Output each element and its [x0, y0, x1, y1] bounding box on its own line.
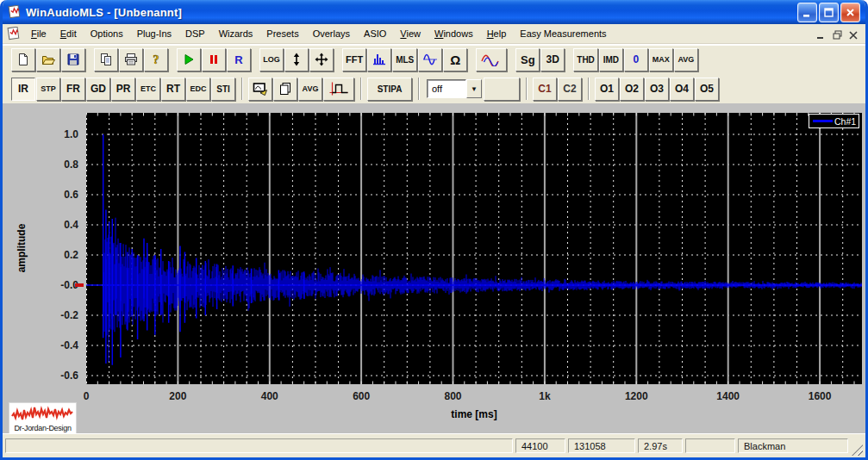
averaging-mode-select[interactable]: off▼ — [427, 78, 482, 99]
thd-button[interactable]: THD — [573, 48, 598, 71]
impedance-button[interactable]: Ω — [443, 48, 467, 71]
phase-response-button[interactable]: PR — [111, 78, 135, 101]
open-button[interactable] — [36, 48, 60, 71]
menu-view[interactable]: View — [393, 26, 428, 41]
frequency-response-button[interactable]: FR — [61, 78, 85, 101]
impulse-response-plot[interactable]: Ch#1 — [86, 113, 862, 384]
record-button[interactable]: R — [227, 48, 251, 71]
new-button[interactable] — [11, 48, 35, 71]
menu-plug-ins[interactable]: Plug-Ins — [130, 26, 178, 41]
overlay-1-button[interactable]: O1 — [595, 78, 619, 101]
menu-options[interactable]: Options — [84, 26, 130, 41]
max-button[interactable]: MAX — [649, 48, 673, 71]
chart-area: Ch#1 1.00.80.60.40.2-0.0-0.2-0.4-0.6 020… — [3, 103, 865, 433]
gate-window-button[interactable] — [323, 78, 354, 101]
play-button[interactable] — [177, 48, 201, 71]
group-delay-button[interactable]: GD — [86, 78, 110, 101]
channel-1-button[interactable]: C1 — [533, 78, 557, 101]
channel-2-button[interactable]: C2 — [558, 78, 582, 101]
blank-button[interactable] — [484, 78, 520, 101]
app-window: WinAudioMLS - [Unbenannt] FileEditOption… — [0, 0, 868, 460]
pause-button[interactable] — [202, 48, 226, 71]
impulse-response-button[interactable]: IR — [11, 78, 35, 101]
x-tick-label: 800 — [429, 390, 478, 402]
print-icon — [123, 53, 139, 66]
pause-icon — [206, 53, 222, 66]
mdi-close-button[interactable] — [846, 28, 860, 40]
vertical-arrows-icon — [289, 53, 304, 66]
fft-button[interactable]: FFT — [342, 48, 366, 71]
zoom-vertical-button[interactable] — [284, 48, 309, 71]
speech-transmission-index-button[interactable]: STI — [211, 78, 235, 101]
y-tick-label: 1.0 — [44, 128, 78, 140]
status-message — [5, 438, 513, 453]
overlay-4-button[interactable]: O4 — [670, 78, 694, 101]
save-button[interactable] — [61, 48, 85, 71]
signal-wave-button[interactable] — [418, 48, 442, 71]
overlay-5-button[interactable]: O5 — [695, 78, 719, 101]
chevron-down-icon[interactable]: ▼ — [466, 79, 482, 98]
svg-text:?: ? — [153, 53, 159, 66]
menu-easy-measurements[interactable]: Easy Measurements — [513, 26, 613, 41]
save-icon — [66, 53, 81, 66]
sweep-button[interactable] — [476, 48, 507, 71]
step-response-button[interactable]: STP — [36, 78, 60, 101]
close-button[interactable] — [840, 3, 860, 22]
print-button[interactable] — [119, 48, 143, 71]
menu-asio[interactable]: ASIO — [357, 26, 393, 41]
menu-windows[interactable]: Windows — [428, 26, 480, 41]
stipa-button[interactable]: STIPA — [367, 78, 412, 101]
y-tick-label: 0.4 — [44, 219, 78, 231]
overlay-copy-button[interactable] — [273, 78, 297, 101]
pan-button[interactable] — [309, 48, 334, 71]
reverb-time-button[interactable]: RT — [161, 78, 185, 101]
help-icon: ? — [148, 53, 164, 66]
help-button[interactable]: ? — [144, 48, 168, 71]
status-bar: 441001310582.97sBlackman — [3, 433, 865, 457]
menu-presets[interactable]: Presets — [259, 26, 305, 41]
document-icon[interactable] — [6, 27, 21, 40]
averaging-button[interactable]: AVG — [298, 78, 322, 101]
minimize-button[interactable] — [797, 3, 817, 22]
menu-overlays[interactable]: Overlays — [306, 26, 357, 41]
menu-edit[interactable]: Edit — [53, 26, 84, 41]
overlay-3-button[interactable]: O3 — [645, 78, 669, 101]
mls-button[interactable]: MLS — [392, 48, 417, 71]
svg-text:Ch#1: Ch#1 — [834, 116, 856, 127]
play-icon — [181, 53, 197, 66]
averaging-mode-value[interactable]: off — [427, 79, 466, 98]
title-bar: WinAudioMLS - [Unbenannt] — [3, 0, 865, 24]
spectrum-button[interactable] — [367, 48, 391, 71]
x-tick-label: 1k — [521, 390, 569, 402]
overlay-pages-icon — [278, 82, 293, 96]
avg-button[interactable]: AVG — [674, 48, 698, 71]
maximize-button[interactable] — [819, 3, 839, 22]
view-3d-button[interactable]: 3D — [540, 48, 565, 71]
imd-button[interactable]: IMD — [599, 48, 623, 71]
resize-grip-icon[interactable] — [852, 444, 863, 456]
y-tick-label: -0.0 — [44, 279, 78, 291]
zero-level-marker-icon[interactable] — [75, 283, 84, 287]
copy-button[interactable] — [94, 48, 118, 71]
x-tick-label: 0 — [62, 390, 110, 402]
menu-dsp[interactable]: DSP — [178, 26, 212, 41]
menu-file[interactable]: File — [24, 26, 53, 41]
energy-time-curve-button[interactable]: ETC — [136, 78, 160, 101]
menu-wizards[interactable]: Wizards — [212, 26, 260, 41]
energy-decay-curve-button[interactable]: EDC — [186, 78, 210, 101]
signal-generator-button[interactable]: Sg — [515, 48, 540, 71]
spectrum-bars-icon — [372, 53, 387, 66]
x-tick-label: 1600 — [796, 390, 844, 402]
menu-help[interactable]: Help — [480, 26, 514, 41]
log-scale-button[interactable]: LOG — [259, 48, 284, 71]
zero-button[interactable]: 0 — [624, 48, 648, 71]
display-settings-button[interactable] — [248, 78, 272, 101]
mdi-minimize-button[interactable] — [814, 28, 827, 40]
logo-text: Dr-Jordan-Design — [9, 425, 76, 432]
overlay-2-button[interactable]: O2 — [620, 78, 644, 101]
mdi-window-controls — [814, 28, 862, 40]
mdi-restore-button[interactable] — [830, 28, 844, 40]
step-response-icon — [328, 82, 350, 96]
y-tick-label: -0.6 — [44, 370, 78, 382]
y-tick-label: -0.2 — [44, 309, 78, 321]
